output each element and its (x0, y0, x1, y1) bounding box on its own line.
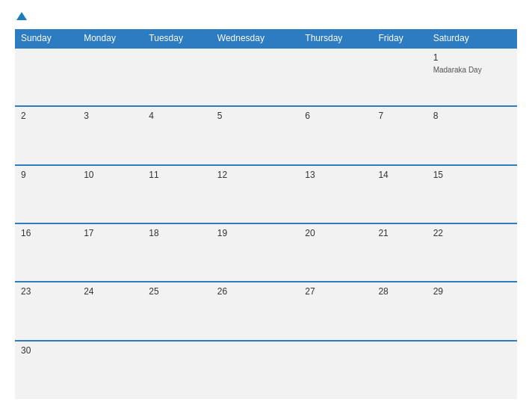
day-number: 15 (433, 170, 511, 180)
day-number: 19 (217, 228, 294, 238)
weekday-header-friday: Friday (372, 29, 427, 48)
calendar-cell: 17 (78, 223, 143, 282)
day-number: 18 (149, 228, 205, 238)
logo (15, 12, 27, 20)
day-number: 6 (305, 111, 366, 121)
calendar-cell (427, 341, 517, 399)
day-number: 23 (21, 286, 72, 297)
calendar-cell (211, 341, 300, 399)
calendar-cell: 24 (78, 282, 143, 340)
calendar-cell: 15 (427, 165, 517, 223)
day-number: 2 (21, 111, 72, 121)
calendar-cell: 19 (211, 223, 300, 282)
calendar-cell: 3 (78, 106, 143, 164)
day-number: 4 (149, 111, 205, 121)
calendar-cell: 29 (427, 282, 517, 340)
week-row-3: 9101112131415 (15, 165, 517, 223)
week-row-5: 23242526272829 (15, 282, 517, 340)
day-number: 8 (433, 111, 511, 121)
calendar-cell: 21 (372, 223, 427, 282)
week-row-6: 30 (15, 341, 517, 399)
weekday-header-thursday: Thursday (299, 29, 372, 48)
calendar-cell: 13 (299, 165, 372, 223)
day-number: 10 (84, 170, 137, 180)
calendar-cell (372, 48, 427, 106)
day-number: 22 (433, 228, 511, 238)
calendar-cell (211, 48, 300, 106)
calendar-cell: 18 (143, 223, 211, 282)
day-number: 13 (305, 170, 366, 180)
calendar-cell: 5 (211, 106, 300, 164)
day-number: 17 (84, 228, 137, 238)
day-number: 28 (378, 286, 421, 297)
day-number: 14 (378, 170, 421, 180)
day-number: 3 (84, 111, 137, 121)
weekday-header-saturday: Saturday (427, 29, 517, 48)
weekday-header-sunday: Sunday (15, 29, 78, 48)
day-number: 21 (378, 228, 421, 238)
calendar-cell: 30 (15, 341, 78, 399)
calendar-cell: 22 (427, 223, 517, 282)
page-header (15, 12, 517, 20)
day-number: 12 (217, 170, 294, 180)
week-row-4: 16171819202122 (15, 223, 517, 282)
weekday-header-wednesday: Wednesday (211, 29, 300, 48)
calendar-cell: 1Madaraka Day (427, 48, 517, 106)
calendar-cell (78, 48, 143, 106)
calendar-cell: 27 (299, 282, 372, 340)
weekday-header-monday: Monday (78, 29, 143, 48)
day-number: 1 (433, 52, 511, 63)
calendar-cell: 7 (372, 106, 427, 164)
calendar-cell: 6 (299, 106, 372, 164)
calendar-cell: 20 (299, 223, 372, 282)
calendar-cell: 8 (427, 106, 517, 164)
day-number: 11 (149, 170, 205, 180)
day-number: 29 (433, 286, 511, 297)
calendar-cell: 4 (143, 106, 211, 164)
week-row-2: 2345678 (15, 106, 517, 164)
day-number: 26 (217, 286, 294, 297)
calendar-cell: 26 (211, 282, 300, 340)
day-number: 24 (84, 286, 137, 297)
calendar-cell (299, 341, 372, 399)
calendar-cell (15, 48, 78, 106)
calendar-cell: 2 (15, 106, 78, 164)
calendar-cell: 12 (211, 165, 300, 223)
calendar-cell (299, 48, 372, 106)
weekday-header-tuesday: Tuesday (143, 29, 211, 48)
day-number: 16 (21, 228, 72, 238)
holiday-label: Madaraka Day (433, 66, 482, 74)
day-number: 27 (305, 286, 366, 297)
calendar-cell (372, 341, 427, 399)
day-number: 9 (21, 170, 72, 180)
calendar-cell: 28 (372, 282, 427, 340)
calendar-cell: 25 (143, 282, 211, 340)
calendar-cell: 10 (78, 165, 143, 223)
calendar-cell: 16 (15, 223, 78, 282)
calendar-cell: 14 (372, 165, 427, 223)
calendar-cell: 11 (143, 165, 211, 223)
calendar-table: SundayMondayTuesdayWednesdayThursdayFrid… (15, 29, 517, 399)
day-number: 5 (217, 111, 294, 121)
day-number: 30 (21, 345, 72, 356)
weekday-header-row: SundayMondayTuesdayWednesdayThursdayFrid… (15, 29, 517, 48)
calendar-cell (143, 341, 211, 399)
week-row-1: 1Madaraka Day (15, 48, 517, 106)
day-number: 25 (149, 286, 205, 297)
calendar-cell: 23 (15, 282, 78, 340)
calendar-cell (143, 48, 211, 106)
day-number: 7 (378, 111, 421, 121)
logo-triangle-icon (16, 12, 27, 20)
calendar-cell: 9 (15, 165, 78, 223)
day-number: 20 (305, 228, 366, 238)
calendar-cell (78, 341, 143, 399)
